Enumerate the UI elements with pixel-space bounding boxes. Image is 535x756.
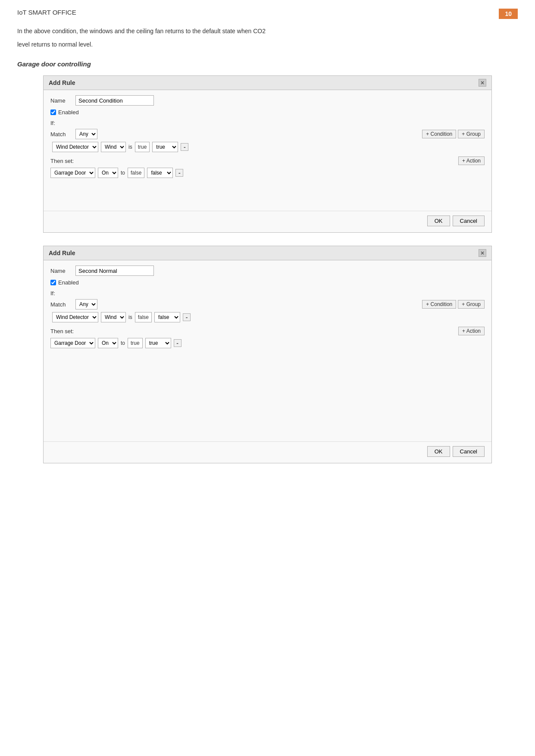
condition-value-2: false bbox=[135, 312, 152, 322]
ok-button-2[interactable]: OK bbox=[427, 446, 450, 457]
card-footer-2: OK Cancel bbox=[44, 441, 491, 463]
add-rule-card-1: Add Rule × Name Enabled If: Match Any Al… bbox=[43, 75, 492, 233]
then-label-2: Then set: bbox=[50, 328, 74, 334]
match-select-2[interactable]: Any All bbox=[75, 299, 97, 309]
then-set-row-2: Then set: + Action bbox=[50, 327, 485, 335]
add-rule-title-2: Add Rule bbox=[49, 250, 75, 256]
enabled-checkbox-2[interactable] bbox=[50, 280, 56, 285]
action-property-select-2[interactable]: On bbox=[98, 338, 118, 348]
add-action-button-1[interactable]: + Action bbox=[458, 156, 485, 165]
card-footer-1: OK Cancel bbox=[44, 211, 491, 232]
match-row-2: Match Any All + Condition + Group bbox=[50, 299, 485, 309]
condition-device-select-1[interactable]: Wind Detector bbox=[52, 142, 98, 152]
enabled-row-1: Enabled bbox=[50, 109, 485, 116]
enabled-row-2: Enabled bbox=[50, 279, 485, 286]
page-header: IoT SMART OFFICE 10 bbox=[17, 9, 518, 19]
condition-row-2: Wind Detector Wind is false false true - bbox=[50, 312, 485, 322]
add-rule-header-1: Add Rule × bbox=[44, 76, 491, 90]
action-property-select-1[interactable]: On bbox=[98, 168, 118, 178]
action-row-2: Garrage Door On to true true false - bbox=[50, 338, 485, 348]
body-paragraph-1: In the above condition, the windows and … bbox=[17, 26, 518, 37]
add-rule-header-2: Add Rule × bbox=[44, 246, 491, 260]
cancel-button-2[interactable]: Cancel bbox=[453, 446, 485, 457]
action-device-select-2[interactable]: Garrage Door bbox=[50, 338, 95, 348]
action-value-1: false bbox=[128, 168, 144, 178]
ok-button-1[interactable]: OK bbox=[427, 216, 450, 226]
page-title: IoT SMART OFFICE bbox=[17, 9, 76, 16]
add-rule-title-1: Add Rule bbox=[49, 79, 75, 86]
then-label-1: Then set: bbox=[50, 158, 74, 164]
remove-action-button-1[interactable]: - bbox=[175, 169, 183, 177]
page-number: 10 bbox=[499, 9, 518, 19]
section-heading: Garage door controlling bbox=[17, 60, 518, 68]
add-rule-card-2: Add Rule × Name Enabled If: Match Any Al… bbox=[43, 246, 492, 463]
name-input-1[interactable] bbox=[75, 95, 154, 106]
action-value-select-2[interactable]: true false bbox=[145, 338, 171, 348]
condition-property-select-2[interactable]: Wind bbox=[101, 312, 126, 322]
enabled-checkbox-1[interactable] bbox=[50, 109, 56, 115]
action-to-label-2: to bbox=[121, 340, 125, 346]
name-label-2: Name bbox=[50, 268, 72, 274]
remove-condition-button-1[interactable]: - bbox=[181, 143, 188, 151]
name-row-2: Name bbox=[50, 266, 485, 276]
condition-is-1: is bbox=[128, 144, 132, 150]
add-group-button-1[interactable]: + Group bbox=[458, 130, 485, 138]
condition-property-select-1[interactable]: Wind bbox=[101, 142, 126, 152]
add-action-buttons-1: + Action bbox=[458, 156, 485, 165]
add-action-button-2[interactable]: + Action bbox=[458, 327, 485, 335]
action-value-2: true bbox=[128, 338, 143, 348]
match-row-1: Match Any All + Condition + Group bbox=[50, 129, 485, 139]
then-set-row-1: Then set: + Action bbox=[50, 156, 485, 165]
add-rule-body-1: Name Enabled If: Match Any All + Conditi… bbox=[44, 90, 491, 185]
action-to-label-1: to bbox=[121, 170, 125, 176]
cancel-button-1[interactable]: Cancel bbox=[453, 216, 485, 226]
name-label-1: Name bbox=[50, 97, 72, 104]
condition-value-1: true bbox=[135, 142, 150, 152]
condition-value-select-2[interactable]: false true bbox=[154, 312, 180, 322]
match-select-1[interactable]: Any All bbox=[75, 129, 97, 139]
match-label-2: Match bbox=[50, 301, 72, 308]
condition-is-2: is bbox=[128, 314, 132, 320]
close-button-1[interactable]: × bbox=[479, 79, 486, 87]
action-device-select-1[interactable]: Garrage Door bbox=[50, 168, 95, 178]
if-label-1: If: bbox=[50, 120, 485, 126]
condition-row-1: Wind Detector Wind is true true false - bbox=[50, 142, 485, 152]
condition-device-select-2[interactable]: Wind Detector bbox=[52, 312, 98, 322]
enabled-label-2: Enabled bbox=[50, 279, 79, 286]
condition-action-buttons-2: + Condition + Group bbox=[422, 300, 485, 309]
condition-action-buttons-1: + Condition + Group bbox=[422, 130, 485, 138]
remove-condition-button-2[interactable]: - bbox=[183, 313, 191, 321]
match-label-1: Match bbox=[50, 131, 72, 137]
add-group-button-2[interactable]: + Group bbox=[458, 300, 485, 309]
add-condition-button-2[interactable]: + Condition bbox=[422, 300, 456, 309]
name-input-2[interactable] bbox=[75, 266, 154, 276]
add-condition-button-1[interactable]: + Condition bbox=[422, 130, 456, 138]
condition-value-select-1[interactable]: true false bbox=[152, 142, 178, 152]
close-button-2[interactable]: × bbox=[479, 249, 486, 257]
remove-action-button-2[interactable]: - bbox=[174, 339, 181, 347]
if-label-2: If: bbox=[50, 290, 485, 297]
body-paragraph-2: level returns to normal level. bbox=[17, 39, 518, 50]
name-row-1: Name bbox=[50, 95, 485, 106]
add-action-buttons-2: + Action bbox=[458, 327, 485, 335]
add-rule-body-2: Name Enabled If: Match Any All + Conditi… bbox=[44, 260, 491, 355]
enabled-label-1: Enabled bbox=[50, 109, 79, 116]
action-row-1: Garrage Door On to false false true - bbox=[50, 168, 485, 178]
action-value-select-1[interactable]: false true bbox=[147, 168, 173, 178]
